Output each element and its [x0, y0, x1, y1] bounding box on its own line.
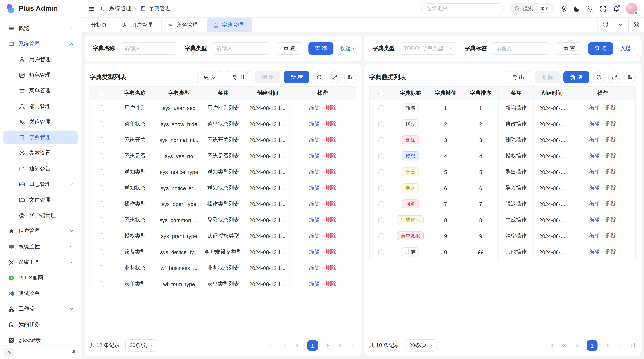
row-checkbox[interactable]	[378, 233, 384, 239]
sidebar-collapse-button[interactable]	[4, 348, 14, 357]
sidebar-item-6[interactable]: 岗位管理	[3, 115, 78, 129]
delete-link[interactable]: 删除	[326, 249, 336, 255]
row-checkbox[interactable]	[378, 105, 384, 111]
sidebar-item-8[interactable]: 参数设置	[3, 146, 78, 160]
sidebar-item-13[interactable]: 租户管理	[3, 224, 78, 238]
row-checkbox[interactable]	[98, 137, 104, 143]
maximize-table-button[interactable]	[328, 71, 340, 83]
delete-link[interactable]: 删除	[326, 137, 336, 143]
query-button[interactable]: 查 询	[588, 42, 613, 54]
dict-name-input[interactable]	[120, 42, 177, 54]
collapse-link[interactable]: 收起	[340, 44, 356, 52]
edit-link[interactable]: 编辑	[590, 201, 600, 207]
sidebar-item-7[interactable]: 字典管理	[3, 130, 78, 144]
edit-link[interactable]: 编辑	[309, 121, 320, 127]
edit-link[interactable]: 编辑	[590, 105, 600, 111]
dark-mode-button[interactable]	[573, 5, 580, 12]
sidebar-item-19[interactable]: 我的任务	[3, 318, 78, 332]
breadcrumb-item-dict[interactable]: 字典管理	[140, 5, 171, 12]
sidebar-item-4[interactable]: 菜单管理	[3, 84, 78, 98]
app-logo[interactable]: Plus Admin	[0, 0, 81, 17]
sidebar-item-5[interactable]: 部门管理	[3, 99, 78, 113]
delete-link[interactable]: 删除	[606, 153, 617, 159]
prev-page-button[interactable]	[294, 343, 300, 348]
page-size-select[interactable]: 20条/页	[125, 339, 158, 352]
delete-link[interactable]: 删除	[606, 217, 617, 223]
edit-link[interactable]: 编辑	[309, 137, 320, 143]
delete-link[interactable]: 删除	[606, 249, 617, 255]
edit-link[interactable]: 编辑	[590, 249, 600, 255]
next-page-button[interactable]	[325, 343, 330, 348]
row-checkbox[interactable]	[98, 185, 104, 191]
edit-link[interactable]: 编辑	[309, 233, 320, 239]
dict-type-select[interactable]: TODO: 字典类型	[400, 42, 457, 54]
edit-link[interactable]: 编辑	[590, 121, 600, 127]
edit-link[interactable]: 编辑	[309, 281, 320, 287]
edit-link[interactable]: 编辑	[590, 137, 600, 143]
next-group-button[interactable]	[617, 343, 623, 348]
sidebar-item-0[interactable]: 概览	[3, 21, 78, 35]
refresh-button[interactable]	[593, 71, 605, 83]
sidebar-item-20[interactable]: gitee记录	[3, 333, 78, 345]
delete-link[interactable]: 删除	[326, 217, 336, 223]
delete-link[interactable]: 删除	[606, 137, 617, 143]
row-checkbox[interactable]	[378, 169, 384, 175]
reset-button[interactable]: 重 置	[556, 42, 582, 54]
row-checkbox[interactable]	[378, 153, 384, 159]
row-checkbox[interactable]	[98, 217, 104, 223]
delete-link[interactable]: 删除	[326, 121, 336, 127]
language-button[interactable]: 文A	[586, 5, 594, 12]
edit-link[interactable]: 编辑	[309, 185, 320, 191]
row-checkbox[interactable]	[98, 169, 104, 175]
add-button[interactable]: 新 增	[564, 71, 589, 83]
row-checkbox[interactable]	[98, 121, 104, 127]
delete-link[interactable]: 删除	[326, 201, 336, 207]
dict-type-input[interactable]	[212, 42, 270, 54]
query-button[interactable]: 查 询	[308, 42, 334, 54]
breadcrumb-item-system[interactable]: 系统管理	[100, 5, 131, 12]
delete-link[interactable]: 删除	[326, 233, 336, 239]
tab-1[interactable]: 用户管理	[116, 18, 161, 32]
delete-link[interactable]: 删除	[606, 201, 617, 207]
tab-2[interactable]: 角色管理	[161, 18, 207, 32]
refresh-button[interactable]	[313, 71, 325, 83]
delete-link[interactable]: 删除	[606, 105, 617, 111]
maximize-table-button[interactable]	[608, 71, 620, 83]
prev-group-button[interactable]	[561, 343, 567, 348]
tab-refresh-button[interactable]	[597, 18, 613, 32]
edit-link[interactable]: 编辑	[590, 153, 600, 159]
sidebar-item-1[interactable]: 系统管理	[3, 37, 78, 51]
sidebar-item-16[interactable]: PLUS官网	[3, 271, 78, 285]
add-button[interactable]: 新 增	[284, 71, 309, 83]
sidebar-item-9[interactable]: 通知公告	[3, 162, 78, 176]
sidebar-item-18[interactable]: 工作流	[3, 302, 78, 316]
sidebar-item-12[interactable]: 客户端管理	[3, 208, 78, 222]
row-checkbox[interactable]	[98, 233, 104, 239]
tab-maximize-button[interactable]	[628, 18, 644, 32]
row-checkbox[interactable]	[98, 281, 104, 287]
global-search[interactable]: 搜索 ⌘ K	[510, 3, 554, 14]
sidebar-pin-button[interactable]	[71, 349, 77, 355]
edit-link[interactable]: 编辑	[309, 105, 320, 111]
delete-link[interactable]: 删除	[326, 169, 336, 175]
reset-button[interactable]: 重 置	[277, 42, 302, 54]
edit-link[interactable]: 编辑	[590, 233, 600, 239]
row-checkbox[interactable]	[378, 121, 384, 127]
sidebar-item-17[interactable]: 测试菜单	[3, 286, 78, 300]
delete-link[interactable]: 删除	[326, 281, 336, 287]
row-checkbox[interactable]	[378, 217, 384, 223]
prev-page-button[interactable]	[574, 343, 580, 348]
next-page-button[interactable]	[605, 343, 610, 348]
delete-button[interactable]: 删 除	[255, 71, 280, 83]
delete-link[interactable]: 删除	[326, 105, 336, 111]
edit-link[interactable]: 编辑	[309, 265, 320, 271]
sidebar-item-15[interactable]: 系统工具	[3, 255, 78, 269]
edit-link[interactable]: 编辑	[309, 169, 320, 175]
tab-0[interactable]: 分析页	[84, 18, 116, 32]
delete-link[interactable]: 删除	[326, 185, 336, 191]
edit-link[interactable]: 编辑	[590, 217, 600, 223]
delete-button[interactable]: 删 除	[535, 71, 560, 83]
toolbar-button[interactable]: 导 出	[226, 71, 251, 83]
edit-link[interactable]: 编辑	[309, 217, 320, 223]
first-page-button[interactable]	[549, 343, 554, 348]
